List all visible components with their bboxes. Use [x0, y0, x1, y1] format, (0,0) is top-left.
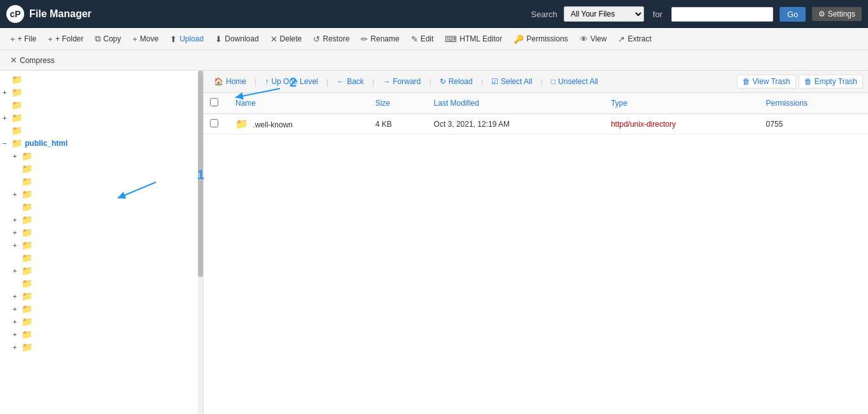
search-label: Search — [531, 10, 557, 19]
tree-item[interactable]: 📁 — [0, 201, 203, 213]
download-button[interactable]: ⬇ Download — [210, 32, 263, 46]
rename-icon: ✏ — [361, 34, 368, 44]
html-editor-button[interactable]: ⌨ HTML Editor — [440, 32, 507, 46]
tree-toggle: + — [13, 241, 22, 249]
empty-trash-button[interactable]: 🗑 Empty Trash — [799, 75, 863, 89]
edit-icon: ✎ — [411, 34, 418, 44]
col-type[interactable]: Type — [605, 93, 760, 114]
forward-button[interactable]: → Forward — [377, 75, 426, 88]
rename-button[interactable]: ✏ Rename — [356, 32, 404, 46]
tree-item[interactable]: 📁 — [0, 99, 203, 111]
file-table: Name Size Last Modified Type Permissions… — [204, 93, 868, 414]
tree-item[interactable]: + 📁 — [0, 328, 203, 341]
restore-button[interactable]: ↺ Restore — [308, 32, 354, 46]
folder-icon: 📁 — [22, 304, 32, 314]
sidebar-item-public-html[interactable]: − 📁 public_html — [0, 137, 203, 150]
folder-plus-icon: + — [48, 34, 53, 44]
home-icon: 🏠 — [214, 77, 223, 86]
html-editor-icon: ⌨ — [445, 34, 457, 44]
unselect-all-button[interactable]: □ Unselect All — [546, 75, 603, 88]
go-button[interactable]: Go — [780, 7, 806, 22]
tree-item[interactable]: + 📁 — [0, 290, 203, 303]
tree-item[interactable]: 📁 — [0, 175, 203, 188]
search-input[interactable] — [671, 7, 773, 22]
upload-icon: ⬆ — [170, 34, 177, 44]
tree-item[interactable]: + 📁 — [0, 188, 203, 201]
folder-icon: 📁 — [22, 164, 32, 174]
file-button[interactable]: + + File — [5, 32, 41, 46]
sidebar[interactable]: 📁 + 📁 📁 + 📁 📁 — [0, 71, 204, 414]
search-scope-select[interactable]: All Your Files Current Directory Filenam… — [564, 6, 644, 22]
table-row[interactable]: 📁 .well-known 4 KB Oct 3, 2021, 12:19 AM… — [204, 114, 868, 134]
row-checkbox[interactable] — [204, 114, 229, 134]
folder-icon: 📁 — [22, 227, 32, 238]
tree-item[interactable]: 📁 — [0, 124, 203, 137]
home-button[interactable]: 🏠 Home — [209, 75, 251, 88]
row-size: 4 KB — [369, 114, 428, 134]
col-checkbox[interactable] — [204, 93, 229, 114]
folder-icon: 📁 — [22, 329, 32, 339]
col-name[interactable]: Name — [229, 93, 369, 114]
main-layout: 📁 + 📁 📁 + 📁 📁 — [0, 71, 868, 414]
col-size[interactable]: Size — [369, 93, 428, 114]
select-all-button[interactable]: ☑ Select All — [486, 75, 537, 88]
tree-toggle: − — [3, 139, 11, 147]
move-button[interactable]: + Move — [127, 32, 164, 46]
folder-button[interactable]: + + Folder — [43, 32, 88, 46]
up-one-level-button[interactable]: ↑ Up One Level — [260, 75, 323, 88]
view-button[interactable]: 👁 View — [575, 32, 612, 46]
folder-icon: 📁 — [22, 189, 32, 199]
permissions-button[interactable]: 🔑 Permissions — [508, 32, 573, 46]
tree-item[interactable]: 📁 — [0, 162, 203, 175]
tree-item[interactable]: + 📁 — [0, 111, 203, 124]
tree-toggle: + — [13, 190, 22, 198]
tree-item[interactable]: + 📁 — [0, 226, 203, 239]
delete-button[interactable]: ✕ Delete — [265, 32, 307, 46]
folder-icon: 📁 — [22, 266, 32, 276]
view-trash-button[interactable]: 🗑 View Trash — [737, 75, 796, 89]
tree-item[interactable]: + 📁 — [0, 86, 203, 99]
delete-icon: ✕ — [270, 34, 277, 44]
upload-button[interactable]: ⬆ Upload — [165, 32, 209, 46]
extract-icon: ↗ — [618, 34, 625, 44]
nav-bar: 🏠 Home | ↑ Up One Level | ← Back | → For… — [204, 71, 868, 93]
folder-icon: 📁 — [22, 253, 32, 263]
row-type: httpd/unix-directory — [605, 114, 760, 134]
edit-button[interactable]: ✎ Edit — [406, 32, 439, 46]
tree-item[interactable]: + 📁 — [0, 213, 203, 226]
col-last-modified[interactable]: Last Modified — [428, 93, 605, 114]
folder-icon: 📁 — [11, 138, 22, 148]
checkbox-icon: ☑ — [491, 77, 498, 86]
folder-icon: 📁 — [11, 100, 22, 110]
file-icon: + — [10, 34, 15, 44]
select-all-checkbox[interactable] — [210, 98, 218, 106]
move-icon: + — [132, 34, 137, 44]
tree-item[interactable]: 📁 — [0, 277, 203, 290]
folder-icon: 📁 — [22, 278, 32, 289]
copy-button[interactable]: ⧉ Copy — [90, 31, 126, 46]
settings-button[interactable]: ⚙ Settings — [812, 7, 862, 21]
extract-button[interactable]: ↗ Extract — [613, 32, 656, 46]
download-icon: ⬇ — [215, 34, 222, 44]
compress-button[interactable]: ✕ Compress — [5, 53, 60, 68]
row-name[interactable]: 📁 .well-known — [229, 114, 369, 134]
tree-item[interactable]: + 📁 — [0, 315, 203, 328]
trash-icon-2: 🗑 — [804, 77, 812, 86]
view-icon: 👁 — [580, 34, 588, 44]
app-title: File Manager — [29, 8, 92, 20]
row-select-checkbox[interactable] — [210, 119, 218, 127]
back-button[interactable]: ← Back — [332, 75, 369, 88]
folder-icon: 📁 — [11, 87, 22, 97]
trash-icon: 🗑 — [743, 77, 750, 86]
tree-item[interactable]: + 📁 — [0, 303, 203, 315]
tree-item[interactable]: + 📁 — [0, 239, 203, 252]
tree-item[interactable]: + 📁 — [0, 150, 203, 162]
col-permissions[interactable]: Permissions — [760, 93, 868, 114]
tree-item[interactable]: 📁 — [0, 73, 203, 86]
tree-toggle: + — [13, 318, 22, 325]
tree-item[interactable]: + 📁 — [0, 264, 203, 277]
folder-icon: 📁 — [11, 125, 22, 136]
tree-item[interactable]: + 📁 — [0, 341, 203, 353]
tree-item[interactable]: 📁 — [0, 252, 203, 264]
reload-button[interactable]: ↻ Reload — [435, 75, 478, 88]
